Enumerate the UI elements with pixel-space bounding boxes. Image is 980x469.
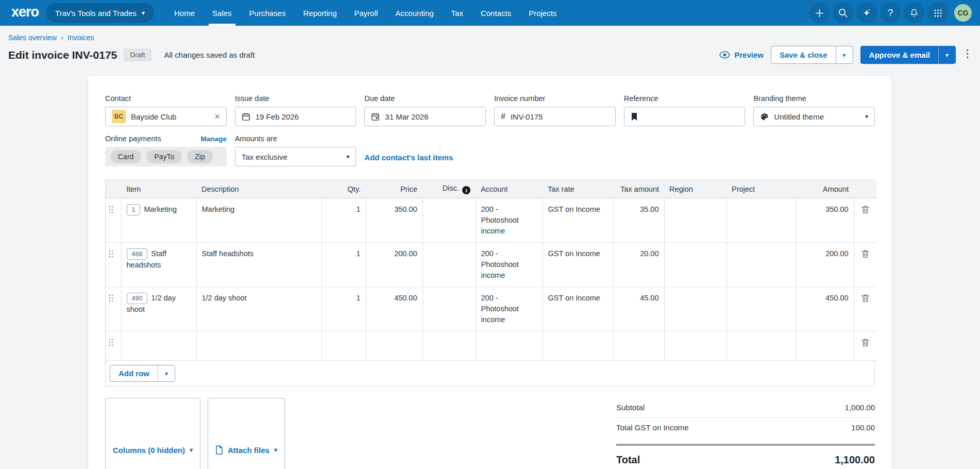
item-cell[interactable]: 1Marketing — [121, 198, 196, 243]
preview-button[interactable]: Preview — [719, 51, 764, 59]
region-cell[interactable] — [664, 287, 726, 331]
nav-item-reporting[interactable]: Reporting — [294, 0, 345, 26]
item-cell[interactable] — [121, 331, 196, 361]
nav-item-sales[interactable]: Sales — [204, 0, 241, 26]
due-date-input[interactable]: 31 Mar 2026 — [364, 107, 486, 126]
price-cell[interactable]: 200.00 — [366, 243, 423, 287]
discount-cell[interactable] — [423, 243, 476, 287]
save-close-menu-button[interactable]: ▾ — [836, 46, 853, 63]
contact-input[interactable]: BC Bayside Club × — [105, 107, 227, 126]
qty-cell[interactable]: 1 — [322, 198, 366, 243]
qty-cell[interactable] — [322, 331, 366, 361]
branding-theme-select[interactable]: Untitled theme ▾ — [753, 107, 875, 126]
qty-cell[interactable]: 1 — [322, 287, 366, 331]
search-button[interactable] — [833, 3, 853, 23]
account-cell[interactable]: 200 - Photoshoot income — [476, 243, 543, 287]
discount-cell[interactable] — [423, 198, 476, 243]
tax-rate-cell[interactable]: GST on Income — [543, 287, 613, 331]
price-cell[interactable]: 350.00 — [366, 198, 423, 243]
breadcrumb-link-invoices[interactable]: Invoices — [67, 34, 94, 42]
approve-email-menu-button[interactable]: ▾ — [938, 46, 955, 63]
region-cell[interactable] — [664, 198, 726, 243]
delete-cell — [854, 198, 876, 243]
xero-logo[interactable]: xero — [11, 4, 39, 20]
palette-icon — [760, 112, 769, 121]
price-cell[interactable] — [366, 331, 423, 361]
region-cell[interactable] — [664, 243, 726, 287]
organisation-menu[interactable]: Trav's Tools and Trades ▾ — [46, 3, 154, 23]
drag-handle-icon[interactable] — [109, 248, 113, 261]
account-cell[interactable]: 200 - Photoshoot income — [476, 198, 543, 243]
description-cell[interactable]: Staff headshots — [196, 243, 322, 287]
item-cell[interactable]: 4901/2 day shoot — [121, 287, 196, 331]
nav-item-tax[interactable]: Tax — [443, 0, 472, 26]
region-cell[interactable] — [664, 331, 726, 361]
amount-cell[interactable]: 200.00 — [796, 243, 854, 287]
nav-item-projects[interactable]: Projects — [520, 0, 565, 26]
tax-amount-cell[interactable]: 45.00 — [613, 287, 664, 331]
tax-amount-cell[interactable] — [613, 331, 664, 361]
description-cell[interactable]: Marketing — [196, 198, 322, 243]
item-code-chip[interactable]: 490 — [127, 293, 148, 304]
item-code-chip[interactable]: 488 — [127, 248, 148, 260]
add-contacts-last-items-link[interactable]: Add contact's last items — [364, 153, 615, 166]
tax-amount-cell[interactable]: 35.00 — [613, 198, 664, 243]
delete-row-icon[interactable] — [861, 204, 869, 217]
issue-date-input[interactable]: 19 Feb 2026 — [235, 107, 357, 126]
reference-input[interactable] — [624, 107, 746, 126]
nav-item-payroll[interactable]: Payroll — [346, 0, 387, 26]
account-cell[interactable]: 200 - Photoshoot income — [476, 287, 543, 331]
add-row-button[interactable]: Add row — [110, 365, 158, 381]
item-code-chip[interactable]: 1 — [127, 204, 141, 215]
account-cell[interactable] — [476, 331, 543, 361]
description-cell[interactable] — [196, 331, 322, 361]
chevron-down-icon: ▾ — [142, 9, 145, 16]
add-row-menu-button[interactable]: ▾ — [158, 365, 175, 381]
tax-rate-cell[interactable]: GST on Income — [543, 243, 613, 287]
delete-row-icon[interactable] — [861, 248, 869, 261]
amount-cell[interactable] — [796, 331, 854, 361]
project-cell[interactable] — [726, 287, 796, 331]
nav-item-accounting[interactable]: Accounting — [386, 0, 442, 26]
save-close-button[interactable]: Save & close — [771, 46, 836, 63]
columns-button[interactable]: Columns (0 hidden) ▾ — [105, 398, 200, 469]
tax-rate-cell[interactable] — [543, 331, 613, 361]
discount-cell[interactable] — [423, 331, 476, 361]
ai-assistant-button[interactable] — [856, 3, 877, 23]
attach-files-button[interactable]: Attach files ▾ — [208, 398, 285, 469]
help-button[interactable]: ? — [880, 3, 901, 23]
user-avatar[interactable]: CG — [954, 4, 972, 22]
nav-item-contacts[interactable]: Contacts — [472, 0, 520, 26]
price-cell[interactable]: 450.00 — [366, 287, 423, 331]
info-icon[interactable]: i — [462, 186, 470, 194]
drag-handle-icon[interactable] — [109, 337, 113, 349]
nav-item-purchases[interactable]: Purchases — [241, 0, 295, 26]
project-cell[interactable] — [726, 198, 796, 243]
item-cell[interactable]: 488Staff headshots — [121, 243, 196, 287]
project-cell[interactable] — [726, 331, 796, 361]
amount-cell[interactable]: 350.00 — [796, 198, 854, 243]
tax-rate-cell[interactable]: GST on Income — [543, 198, 613, 243]
approve-email-button[interactable]: Approve & email — [861, 46, 938, 63]
amounts-are-select[interactable]: Tax exclusive ▾ — [235, 147, 357, 166]
breadcrumb-link-sales-overview[interactable]: Sales overview — [8, 34, 57, 42]
project-cell[interactable] — [726, 243, 796, 287]
qty-cell[interactable]: 1 — [322, 243, 366, 287]
drag-handle-icon[interactable] — [109, 204, 113, 216]
description-cell[interactable]: 1/2 day shoot — [196, 287, 322, 331]
clear-contact-icon[interactable]: × — [214, 111, 220, 122]
discount-cell[interactable] — [423, 287, 476, 331]
nav-item-home[interactable]: Home — [165, 0, 204, 26]
drag-handle-icon[interactable] — [109, 293, 113, 305]
create-new-button[interactable] — [809, 3, 830, 23]
manage-payments-link[interactable]: Manage — [200, 135, 226, 143]
delete-row-icon[interactable] — [861, 293, 869, 306]
more-options-button[interactable] — [963, 47, 972, 63]
column-header-project: Project — [726, 180, 796, 198]
invoice-number-input[interactable]: # INV-0175 — [494, 107, 616, 126]
notifications-button[interactable] — [904, 3, 924, 23]
apps-button[interactable] — [927, 3, 948, 23]
tax-amount-cell[interactable]: 20.00 — [613, 243, 664, 287]
delete-row-icon[interactable] — [861, 337, 869, 350]
amount-cell[interactable]: 450.00 — [796, 287, 854, 331]
